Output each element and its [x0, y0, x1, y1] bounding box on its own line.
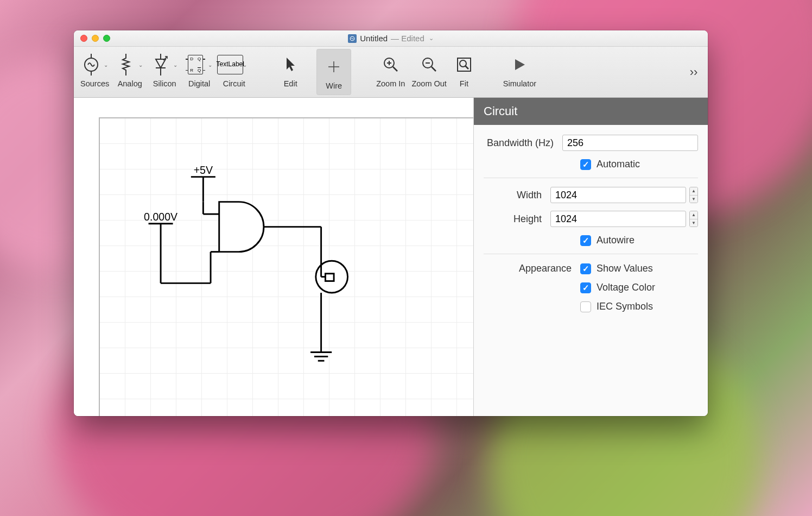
svg-line-18 [465, 66, 468, 69]
height-input[interactable] [550, 211, 686, 227]
maximize-button[interactable] [103, 35, 110, 42]
appearance-label: Appearance [484, 263, 580, 274]
fit-label: Fit [460, 79, 468, 88]
width-stepper[interactable]: ▲▼ [689, 187, 698, 203]
wire-button[interactable]: Wire [316, 49, 351, 95]
canvas-grid: +5V 0.000V [99, 117, 473, 416]
circuit-diagram: +5V 0.000V [100, 118, 473, 416]
zoom-out-icon [420, 55, 439, 74]
circuit-label: Circuit [223, 79, 245, 88]
digital-button[interactable]: D Q R Q ⌄ Digital [182, 47, 217, 97]
svg-rect-31 [325, 274, 334, 281]
edit-label: Edit [284, 79, 297, 88]
resistor-icon [117, 55, 135, 74]
voltage-color-label: Voltage Color [597, 282, 655, 293]
close-button[interactable] [80, 35, 87, 42]
silicon-button[interactable]: ⌄ Silicon [147, 47, 182, 97]
edit-button[interactable]: Edit [273, 47, 308, 97]
silicon-label: Silicon [153, 79, 176, 88]
width-input[interactable] [550, 187, 686, 203]
sources-button[interactable]: ⌄ Sources [77, 47, 112, 97]
digital-label: Digital [188, 79, 210, 88]
text-label-icon: TextLabel [221, 55, 239, 74]
chevron-double-right-icon: ›› [690, 65, 698, 79]
bandwidth-input[interactable] [562, 135, 698, 151]
chevron-down-icon: ⌄ [138, 62, 143, 68]
autowire-checkbox[interactable] [580, 235, 591, 246]
height-label: Height [484, 213, 550, 225]
automatic-label: Automatic [597, 159, 640, 170]
app-window: Untitled — Edited ⌄ ⌄ Sources ⌄ Analog [74, 30, 708, 416]
minimize-button[interactable] [92, 35, 99, 42]
analog-button[interactable]: ⌄ Analog [112, 47, 147, 97]
document-status: — Edited [391, 34, 424, 43]
inspector-header: Circuit [474, 98, 708, 125]
autowire-label: Autowire [597, 235, 635, 246]
canvas[interactable]: +5V 0.000V [74, 98, 473, 416]
zoom-in-icon [382, 55, 400, 74]
show-values-label: Show Values [597, 263, 653, 274]
supply-voltage-label: +5V [194, 164, 213, 176]
wire-label: Wire [326, 81, 342, 90]
toolbar: ⌄ Sources ⌄ Analog ⌄ Silicon [74, 47, 708, 98]
chevron-down-icon: ⌄ [104, 62, 108, 68]
zoom-in-label: Zoom In [376, 79, 405, 88]
automatic-checkbox[interactable] [580, 159, 591, 170]
simulator-label: Simulator [503, 79, 536, 88]
iec-label: IEC Symbols [597, 301, 653, 312]
meter-label: 0.000V [144, 211, 177, 223]
zoom-fit-icon [455, 55, 473, 74]
svg-point-0 [350, 36, 354, 41]
inspector-panel: Circuit Bandwidth (Hz) Automatic [473, 98, 708, 416]
sources-icon [82, 55, 100, 74]
play-icon [510, 55, 529, 74]
analog-label: Analog [118, 79, 142, 88]
voltage-color-checkbox[interactable] [580, 282, 591, 293]
fit-button[interactable]: Fit [450, 47, 478, 97]
title-dropdown-icon[interactable]: ⌄ [429, 35, 434, 42]
diode-icon [151, 55, 170, 74]
document-title: Untitled [360, 34, 388, 43]
window-controls [80, 35, 110, 42]
zoom-out-label: Zoom Out [411, 79, 446, 88]
chevron-down-icon: ⌄ [173, 62, 177, 68]
sources-label: Sources [80, 79, 109, 88]
cursor-icon [281, 55, 300, 74]
plus-icon [325, 58, 343, 76]
circuit-button[interactable]: TextLabel ⌄ Circuit [217, 47, 251, 97]
svg-line-10 [393, 67, 397, 71]
document-icon [348, 34, 357, 43]
height-stepper[interactable]: ▲▼ [689, 211, 698, 227]
zoom-in-button[interactable]: Zoom In [373, 47, 408, 97]
bandwidth-label: Bandwidth (Hz) [484, 137, 562, 149]
chevron-down-icon: ⌄ [243, 62, 247, 68]
width-label: Width [484, 190, 550, 201]
zoom-out-button[interactable]: Zoom Out [408, 47, 449, 97]
show-values-checkbox[interactable] [580, 263, 591, 274]
simulator-button[interactable]: Simulator [500, 47, 540, 97]
chip-icon: D Q R Q [186, 55, 205, 74]
chevron-down-icon: ⌄ [208, 62, 212, 68]
toolbar-overflow-button[interactable]: ›› [683, 47, 705, 97]
iec-checkbox[interactable] [580, 301, 591, 312]
content-area: +5V 0.000V [74, 98, 708, 416]
svg-line-14 [432, 67, 436, 71]
titlebar: Untitled — Edited ⌄ [74, 30, 708, 47]
